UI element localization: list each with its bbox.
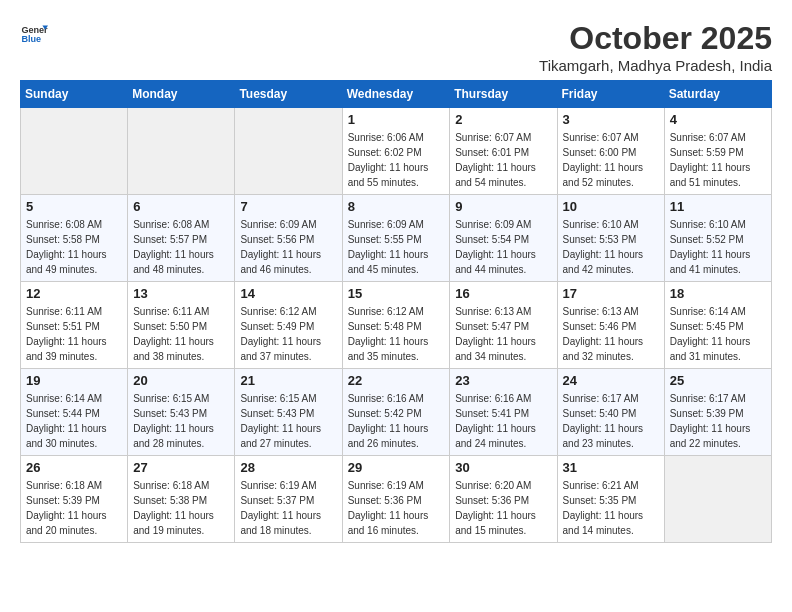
day-info: Sunrise: 6:13 AMSunset: 5:46 PMDaylight:… — [563, 304, 659, 364]
calendar-cell: 16Sunrise: 6:13 AMSunset: 5:47 PMDayligh… — [450, 282, 557, 369]
day-info: Sunrise: 6:20 AMSunset: 5:36 PMDaylight:… — [455, 478, 551, 538]
calendar-cell: 4Sunrise: 6:07 AMSunset: 5:59 PMDaylight… — [664, 108, 771, 195]
day-number: 20 — [133, 373, 229, 388]
calendar-table: SundayMondayTuesdayWednesdayThursdayFrid… — [20, 80, 772, 543]
day-info: Sunrise: 6:16 AMSunset: 5:41 PMDaylight:… — [455, 391, 551, 451]
calendar-cell: 17Sunrise: 6:13 AMSunset: 5:46 PMDayligh… — [557, 282, 664, 369]
day-number: 24 — [563, 373, 659, 388]
day-number: 15 — [348, 286, 445, 301]
day-info: Sunrise: 6:19 AMSunset: 5:37 PMDaylight:… — [240, 478, 336, 538]
calendar-cell: 13Sunrise: 6:11 AMSunset: 5:50 PMDayligh… — [128, 282, 235, 369]
calendar-cell: 21Sunrise: 6:15 AMSunset: 5:43 PMDayligh… — [235, 369, 342, 456]
calendar-week-row: 12Sunrise: 6:11 AMSunset: 5:51 PMDayligh… — [21, 282, 772, 369]
day-info: Sunrise: 6:17 AMSunset: 5:39 PMDaylight:… — [670, 391, 766, 451]
calendar-cell: 9Sunrise: 6:09 AMSunset: 5:54 PMDaylight… — [450, 195, 557, 282]
day-number: 12 — [26, 286, 122, 301]
weekday-header: Sunday — [21, 81, 128, 108]
weekday-header: Monday — [128, 81, 235, 108]
calendar-cell: 23Sunrise: 6:16 AMSunset: 5:41 PMDayligh… — [450, 369, 557, 456]
day-number: 14 — [240, 286, 336, 301]
day-number: 1 — [348, 112, 445, 127]
calendar-cell — [664, 456, 771, 543]
day-number: 21 — [240, 373, 336, 388]
day-number: 23 — [455, 373, 551, 388]
day-info: Sunrise: 6:14 AMSunset: 5:44 PMDaylight:… — [26, 391, 122, 451]
day-info: Sunrise: 6:11 AMSunset: 5:50 PMDaylight:… — [133, 304, 229, 364]
day-number: 13 — [133, 286, 229, 301]
day-number: 29 — [348, 460, 445, 475]
calendar-cell: 14Sunrise: 6:12 AMSunset: 5:49 PMDayligh… — [235, 282, 342, 369]
day-number: 25 — [670, 373, 766, 388]
day-number: 26 — [26, 460, 122, 475]
day-info: Sunrise: 6:12 AMSunset: 5:48 PMDaylight:… — [348, 304, 445, 364]
calendar-cell: 11Sunrise: 6:10 AMSunset: 5:52 PMDayligh… — [664, 195, 771, 282]
calendar-cell: 28Sunrise: 6:19 AMSunset: 5:37 PMDayligh… — [235, 456, 342, 543]
day-number: 16 — [455, 286, 551, 301]
calendar-cell: 6Sunrise: 6:08 AMSunset: 5:57 PMDaylight… — [128, 195, 235, 282]
day-number: 31 — [563, 460, 659, 475]
location-title: Tikamgarh, Madhya Pradesh, India — [539, 57, 772, 74]
weekday-header: Saturday — [664, 81, 771, 108]
weekday-header: Wednesday — [342, 81, 450, 108]
logo: General Blue — [20, 20, 52, 48]
calendar-cell — [235, 108, 342, 195]
title-area: October 2025 Tikamgarh, Madhya Pradesh, … — [539, 20, 772, 74]
day-number: 22 — [348, 373, 445, 388]
day-info: Sunrise: 6:18 AMSunset: 5:39 PMDaylight:… — [26, 478, 122, 538]
day-info: Sunrise: 6:09 AMSunset: 5:56 PMDaylight:… — [240, 217, 336, 277]
day-number: 3 — [563, 112, 659, 127]
calendar-cell: 5Sunrise: 6:08 AMSunset: 5:58 PMDaylight… — [21, 195, 128, 282]
calendar-cell: 27Sunrise: 6:18 AMSunset: 5:38 PMDayligh… — [128, 456, 235, 543]
day-number: 19 — [26, 373, 122, 388]
calendar-cell — [128, 108, 235, 195]
day-number: 30 — [455, 460, 551, 475]
day-info: Sunrise: 6:08 AMSunset: 5:58 PMDaylight:… — [26, 217, 122, 277]
day-number: 2 — [455, 112, 551, 127]
day-info: Sunrise: 6:18 AMSunset: 5:38 PMDaylight:… — [133, 478, 229, 538]
calendar-cell: 18Sunrise: 6:14 AMSunset: 5:45 PMDayligh… — [664, 282, 771, 369]
weekday-header: Friday — [557, 81, 664, 108]
calendar-cell: 2Sunrise: 6:07 AMSunset: 6:01 PMDaylight… — [450, 108, 557, 195]
day-number: 7 — [240, 199, 336, 214]
calendar-cell: 12Sunrise: 6:11 AMSunset: 5:51 PMDayligh… — [21, 282, 128, 369]
day-info: Sunrise: 6:12 AMSunset: 5:49 PMDaylight:… — [240, 304, 336, 364]
calendar-week-row: 26Sunrise: 6:18 AMSunset: 5:39 PMDayligh… — [21, 456, 772, 543]
weekday-header: Tuesday — [235, 81, 342, 108]
calendar-week-row: 1Sunrise: 6:06 AMSunset: 6:02 PMDaylight… — [21, 108, 772, 195]
calendar-cell: 20Sunrise: 6:15 AMSunset: 5:43 PMDayligh… — [128, 369, 235, 456]
day-info: Sunrise: 6:13 AMSunset: 5:47 PMDaylight:… — [455, 304, 551, 364]
day-number: 4 — [670, 112, 766, 127]
calendar-cell: 19Sunrise: 6:14 AMSunset: 5:44 PMDayligh… — [21, 369, 128, 456]
day-info: Sunrise: 6:07 AMSunset: 6:00 PMDaylight:… — [563, 130, 659, 190]
day-number: 6 — [133, 199, 229, 214]
day-info: Sunrise: 6:07 AMSunset: 5:59 PMDaylight:… — [670, 130, 766, 190]
calendar-cell: 25Sunrise: 6:17 AMSunset: 5:39 PMDayligh… — [664, 369, 771, 456]
calendar-cell: 30Sunrise: 6:20 AMSunset: 5:36 PMDayligh… — [450, 456, 557, 543]
day-number: 9 — [455, 199, 551, 214]
day-info: Sunrise: 6:09 AMSunset: 5:54 PMDaylight:… — [455, 217, 551, 277]
day-info: Sunrise: 6:14 AMSunset: 5:45 PMDaylight:… — [670, 304, 766, 364]
calendar-cell: 3Sunrise: 6:07 AMSunset: 6:00 PMDaylight… — [557, 108, 664, 195]
calendar-week-row: 5Sunrise: 6:08 AMSunset: 5:58 PMDaylight… — [21, 195, 772, 282]
day-info: Sunrise: 6:15 AMSunset: 5:43 PMDaylight:… — [240, 391, 336, 451]
calendar-week-row: 19Sunrise: 6:14 AMSunset: 5:44 PMDayligh… — [21, 369, 772, 456]
day-number: 10 — [563, 199, 659, 214]
calendar-cell: 15Sunrise: 6:12 AMSunset: 5:48 PMDayligh… — [342, 282, 450, 369]
day-info: Sunrise: 6:10 AMSunset: 5:53 PMDaylight:… — [563, 217, 659, 277]
day-info: Sunrise: 6:10 AMSunset: 5:52 PMDaylight:… — [670, 217, 766, 277]
day-number: 28 — [240, 460, 336, 475]
calendar-header-row: SundayMondayTuesdayWednesdayThursdayFrid… — [21, 81, 772, 108]
calendar-cell: 8Sunrise: 6:09 AMSunset: 5:55 PMDaylight… — [342, 195, 450, 282]
day-info: Sunrise: 6:09 AMSunset: 5:55 PMDaylight:… — [348, 217, 445, 277]
day-number: 17 — [563, 286, 659, 301]
calendar-cell: 7Sunrise: 6:09 AMSunset: 5:56 PMDaylight… — [235, 195, 342, 282]
calendar-cell: 22Sunrise: 6:16 AMSunset: 5:42 PMDayligh… — [342, 369, 450, 456]
calendar-cell: 26Sunrise: 6:18 AMSunset: 5:39 PMDayligh… — [21, 456, 128, 543]
calendar-cell: 29Sunrise: 6:19 AMSunset: 5:36 PMDayligh… — [342, 456, 450, 543]
day-info: Sunrise: 6:08 AMSunset: 5:57 PMDaylight:… — [133, 217, 229, 277]
calendar-cell: 31Sunrise: 6:21 AMSunset: 5:35 PMDayligh… — [557, 456, 664, 543]
calendar-cell: 1Sunrise: 6:06 AMSunset: 6:02 PMDaylight… — [342, 108, 450, 195]
day-number: 27 — [133, 460, 229, 475]
logo-icon: General Blue — [20, 20, 48, 48]
day-number: 18 — [670, 286, 766, 301]
